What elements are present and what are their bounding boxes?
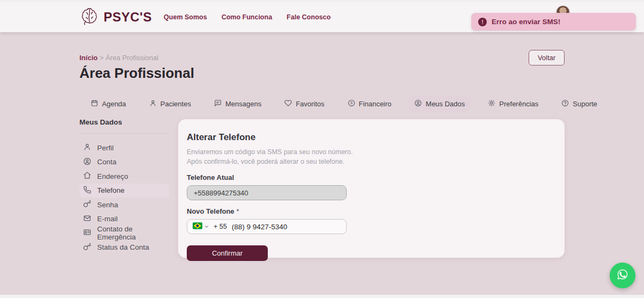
new-phone-field[interactable]: + 55 (88) 9 9427-5340 — [187, 219, 347, 234]
nav-fale-conosco[interactable]: Fale Conosco — [287, 13, 331, 21]
card-title: Alterar Telefone — [187, 132, 556, 143]
tab-label: Suporte — [573, 100, 597, 108]
person-icon — [149, 99, 157, 108]
nav-como-funciona[interactable]: Como Funciona — [222, 13, 272, 21]
sidebar-item-label: Perfil — [97, 144, 114, 152]
change-phone-card: Alterar Telefone Enviaremos um código vi… — [178, 119, 565, 258]
card-description-line1: Enviaremos um código via SMS para seu no… — [187, 147, 556, 157]
tab-label: Mensagens — [225, 100, 261, 108]
phone-icon — [83, 186, 91, 195]
error-icon: ! — [478, 18, 487, 26]
country-selector[interactable] — [193, 222, 209, 231]
sidebar-item-label: Conta — [97, 158, 116, 166]
back-button[interactable]: Voltar — [529, 50, 565, 66]
sidebar-item-label: Status da Conta — [97, 243, 149, 251]
current-phone-label: Telefone Atual — [187, 173, 556, 181]
dial-code: + 55 — [214, 223, 227, 230]
envelope-icon — [83, 214, 91, 224]
confirm-button[interactable]: Confirmar — [187, 245, 268, 261]
tab-meus-dados[interactable]: Meus Dados — [408, 96, 471, 112]
sidebar-list: Perfil Conta Endereço Telefone — [79, 141, 169, 255]
sidebar-item-label: Endereço — [97, 172, 128, 180]
tab-agenda[interactable]: Agenda — [85, 96, 132, 112]
question-circle-icon — [561, 99, 569, 108]
new-phone-label-text: Novo Telefone — [187, 207, 235, 215]
sidebar-item-email[interactable]: E-mail — [79, 212, 169, 227]
message-icon — [214, 99, 222, 108]
error-toast: ! Erro ao enviar SMS! — [471, 13, 636, 31]
sidebar-item-contato-emergencia[interactable]: Contato de Emergência — [79, 226, 169, 241]
brazil-flag-icon — [193, 222, 202, 231]
tab-preferencias[interactable]: Preferências — [482, 96, 544, 112]
calendar-icon — [91, 99, 98, 108]
sidebar-item-conta[interactable]: Conta — [79, 155, 169, 170]
person-icon — [83, 143, 91, 152]
home-icon — [83, 171, 91, 181]
nav-quem-somos[interactable]: Quem Somos — [164, 13, 207, 21]
main-nav: Quem Somos Como Funciona Fale Conosco — [164, 13, 331, 21]
key-icon — [83, 243, 91, 252]
sidebar-item-senha[interactable]: Senha — [79, 198, 169, 212]
new-phone-label: Novo Telefone* — [187, 207, 556, 215]
whatsapp-icon — [616, 267, 630, 284]
new-phone-value: (88) 9 9427-5340 — [232, 223, 288, 231]
heart-icon — [284, 99, 292, 108]
sidebar-item-telefone[interactable]: Telefone — [79, 184, 169, 198]
tab-favoritos[interactable]: Favoritos — [279, 96, 330, 112]
sidebar-title: Meus Dados — [79, 118, 169, 134]
sidebar-item-label: Senha — [97, 201, 118, 209]
error-toast-message: Erro ao enviar SMS! — [492, 18, 560, 26]
tab-suporte[interactable]: Suporte — [555, 96, 603, 112]
card-description: Enviaremos um código via SMS para seu no… — [187, 147, 556, 166]
breadcrumb-home[interactable]: Início — [79, 54, 98, 62]
brand-logo[interactable]: PSYC'S — [79, 6, 152, 28]
settings-sidebar: Meus Dados Perfil Conta Endereço — [79, 118, 169, 255]
tab-label: Favoritos — [296, 100, 324, 108]
tab-label: Meus Dados — [426, 100, 465, 108]
breadcrumb-current: Área Profissional — [106, 54, 158, 62]
dollar-circle-icon: $ — [348, 99, 355, 108]
brand-name: PSYC'S — [104, 10, 152, 25]
tab-label: Agenda — [102, 100, 126, 108]
person-circle-icon — [414, 99, 422, 108]
sidebar-item-label: Contato de Emergência — [97, 225, 169, 241]
tab-label: Preferências — [499, 100, 538, 108]
chevron-down-icon — [204, 222, 209, 231]
tab-label: Pacientes — [160, 100, 191, 108]
breadcrumb: Início > Área Profissional — [79, 54, 158, 62]
current-phone-field — [187, 185, 347, 200]
id-card-icon — [83, 228, 91, 238]
brain-logo-icon — [79, 6, 100, 28]
key-icon — [83, 200, 91, 209]
page-title: Área Profissional — [79, 65, 194, 82]
gear-icon — [488, 99, 495, 108]
tab-financeiro[interactable]: $ Financeiro — [342, 96, 398, 112]
whatsapp-fab[interactable] — [610, 263, 635, 288]
person-circle-icon — [83, 157, 91, 167]
sidebar-item-endereco[interactable]: Endereço — [79, 169, 169, 184]
footer-strip — [0, 294, 644, 298]
page: PSYC'S Quem Somos Como Funciona Fale Con… — [0, 0, 644, 298]
sidebar-item-perfil[interactable]: Perfil — [79, 141, 169, 155]
card-description-line2: Após confirmá-lo, você poderá alterar o … — [187, 157, 556, 166]
tab-mensagens[interactable]: Mensagens — [208, 96, 267, 112]
profile-tabs: Agenda Pacientes Mensagens Favoritos $ F… — [85, 96, 603, 112]
sidebar-item-label: E-mail — [97, 215, 118, 223]
tab-pacientes[interactable]: Pacientes — [143, 96, 197, 112]
tab-label: Financeiro — [359, 100, 392, 108]
svg-text:$: $ — [350, 101, 353, 105]
breadcrumb-separator: > — [100, 54, 104, 62]
required-mark: * — [237, 207, 239, 215]
sidebar-item-label: Telefone — [97, 186, 125, 194]
sidebar-item-status-conta[interactable]: Status da Conta — [79, 241, 169, 255]
